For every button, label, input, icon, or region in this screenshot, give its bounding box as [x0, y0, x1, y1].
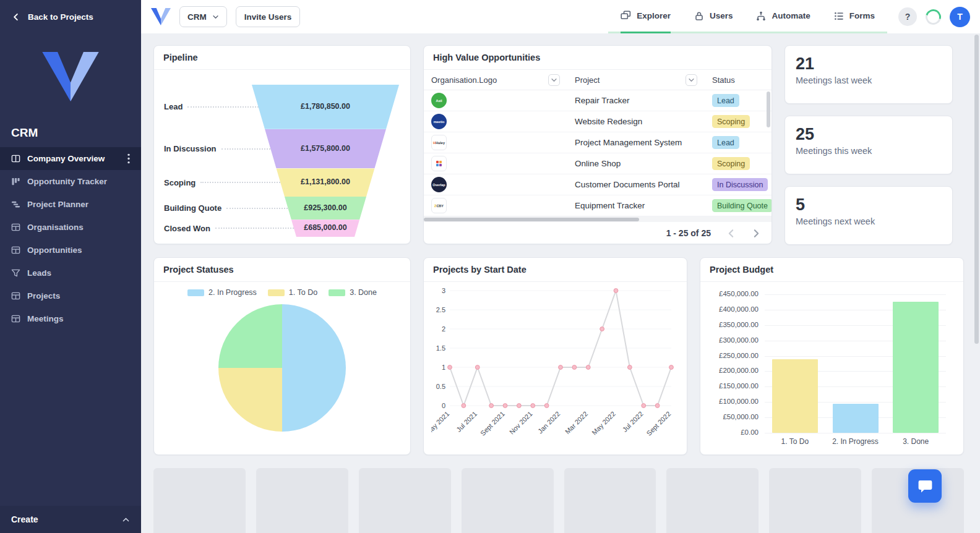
header-nav-forms[interactable]: Forms [834, 0, 875, 33]
line-chart: 32.521.510.50May 2021Jul 2021Sept 2021No… [431, 286, 680, 444]
project-budget-card: Project Budget £450,000.00£400,000.00£35… [700, 257, 964, 455]
column-header-label: Status [712, 75, 735, 85]
workspace-select-value: CRM [187, 12, 207, 22]
table-row[interactable]: AxilRepair TrackerLead [424, 90, 772, 111]
stat-value: 21 [796, 55, 942, 74]
sidebar-item-opportunity-tracker[interactable]: Opportunity Tracker [0, 170, 141, 193]
help-button[interactable]: ? [898, 7, 917, 26]
sidebar-item-leads[interactable]: Leads [0, 262, 141, 284]
funnel-row: Lead [164, 85, 264, 129]
svg-text:1.5: 1.5 [436, 344, 445, 352]
stat-card-meetings-last-week: 21Meetings last week [784, 45, 953, 104]
chat-button[interactable] [908, 469, 942, 503]
header-nav-label: Explorer [637, 11, 671, 20]
skeleton-card [256, 468, 348, 533]
pagination-next-button[interactable] [751, 228, 762, 239]
skeleton-card [359, 468, 451, 533]
workspace-title: CRM [0, 114, 141, 147]
funnel-chart: Lead£1,780,850.00In Discussion£1,575,800… [164, 85, 400, 238]
automate-icon [756, 11, 766, 21]
table-icon [11, 291, 20, 301]
organisation-logo: ZCBY [431, 198, 447, 213]
funnel-category-label: Building Quote [164, 203, 221, 213]
pagination-prev-button[interactable] [726, 228, 736, 239]
table-row[interactable]: Online ShopScoping [424, 153, 772, 174]
sidebar-item-company-overview[interactable]: Company Overview [0, 147, 141, 170]
bar-x-tick: 2. In Progress [825, 437, 886, 446]
svg-text:Jan 2022: Jan 2022 [536, 410, 561, 435]
skeleton-card [153, 468, 246, 533]
column-header-organisation-logo: Organisation.Logo [424, 74, 567, 86]
svg-text:0: 0 [441, 402, 445, 409]
organisation-logo [431, 156, 447, 171]
stats-column: 21Meetings last week25Meetings this week… [784, 45, 953, 245]
app-root: Back to Projects CRM Company OverviewOpp… [0, 0, 980, 533]
project-cell: Equipment Tracker [567, 201, 705, 210]
table-row[interactable]: meetioWebsite RedesignScoping [424, 111, 772, 132]
skeleton-card [462, 468, 554, 533]
high-value-opportunities-card: High Value Opportunities Organisation.Lo… [423, 45, 772, 244]
pipeline-body: Lead£1,780,850.00In Discussion£1,575,800… [154, 70, 410, 244]
sidebar: Back to Projects CRM Company OverviewOpp… [0, 0, 141, 533]
column-header-label: Organisation.Logo [431, 75, 497, 85]
legend-item: 1. To Do [268, 288, 317, 297]
table-vertical-scrollbar[interactable] [767, 92, 770, 127]
table-row[interactable]: ZCBYEquipment TrackerBuilding Quote [424, 195, 772, 216]
header-nav: ExplorerUsersAutomateForms [608, 0, 887, 33]
legend-label: 1. To Do [289, 288, 317, 297]
sidebar-item-meetings[interactable]: Meetings [0, 307, 141, 330]
funnel-category-label: Closed Won [164, 224, 210, 233]
skeleton-card [666, 468, 759, 533]
sidebar-item-label: Company Overview [27, 154, 105, 163]
sidebar-item-projects[interactable]: Projects [0, 284, 141, 307]
header-nav-automate[interactable]: Automate [756, 0, 810, 33]
header-nav-explorer[interactable]: Explorer [621, 0, 671, 33]
project-cell: Repair Tracker [567, 96, 705, 105]
users-icon [694, 11, 704, 21]
table-row[interactable]: HHuleyProject Management SystemLead [424, 132, 772, 153]
bar-3-done [893, 302, 939, 433]
chevron-left-icon [11, 12, 20, 22]
svg-text:1: 1 [441, 364, 445, 371]
sidebar-item-label: Project Planner [27, 200, 88, 209]
column-filter-button[interactable] [548, 74, 560, 86]
stat-card-meetings-next-week: 5Meetings next week [784, 186, 953, 245]
funnel-category-label: Lead [164, 102, 183, 111]
project-cell: Customer Documents Portal [567, 180, 705, 189]
page-scrollbar[interactable] [974, 35, 979, 344]
stat-label: Meetings this week [796, 146, 942, 156]
header-nav-users[interactable]: Users [694, 0, 733, 33]
organisation-logo: Axil [431, 93, 447, 108]
bar-y-tick: £350,000.00 [710, 321, 759, 328]
dashboard-content: Pipeline Lead£1,780,850.00In Discussion£… [141, 33, 980, 533]
kebab-menu-icon[interactable] [127, 153, 130, 164]
sidebar-item-organisations[interactable]: Organisations [0, 216, 141, 239]
logo-icon [42, 52, 99, 101]
pipeline-title: Pipeline [154, 46, 410, 70]
status-cell: Scoping [705, 157, 772, 170]
column-filter-button[interactable] [686, 74, 697, 86]
back-to-projects-button[interactable]: Back to Projects [0, 0, 141, 33]
bar-y-tick: £0.00 [710, 429, 759, 436]
workspace-select[interactable]: CRM [179, 6, 227, 27]
table-horizontal-scrollbar[interactable] [424, 216, 772, 222]
project-cell: Website Redesign [567, 117, 705, 126]
budget-title: Project Budget [700, 258, 963, 282]
dashboard-row-1: Pipeline Lead£1,780,850.00In Discussion£… [153, 45, 964, 245]
header-nav-label: Automate [772, 11, 810, 20]
table-row[interactable]: OverlapCustomer Documents PortalIn Discu… [424, 174, 772, 195]
status-badge: Lead [712, 136, 739, 149]
scrollbar-thumb[interactable] [424, 218, 639, 221]
bar-x-tick: 3. Done [885, 437, 946, 446]
hvo-title: High Value Opportunities [424, 46, 772, 70]
header-nav-label: Forms [849, 11, 875, 20]
funnel-icon [11, 268, 20, 278]
user-avatar[interactable]: T [950, 7, 970, 27]
explorer-icon [621, 11, 631, 21]
status-cell: In Discussion [705, 178, 772, 191]
sidebar-item-opportunities[interactable]: Opportunities [0, 239, 141, 262]
invite-users-button[interactable]: Invite Users [236, 6, 301, 27]
create-button[interactable]: Create [0, 506, 141, 533]
sidebar-item-project-planner[interactable]: Project Planner [0, 193, 141, 216]
funnel-category-label: In Discussion [164, 144, 217, 153]
